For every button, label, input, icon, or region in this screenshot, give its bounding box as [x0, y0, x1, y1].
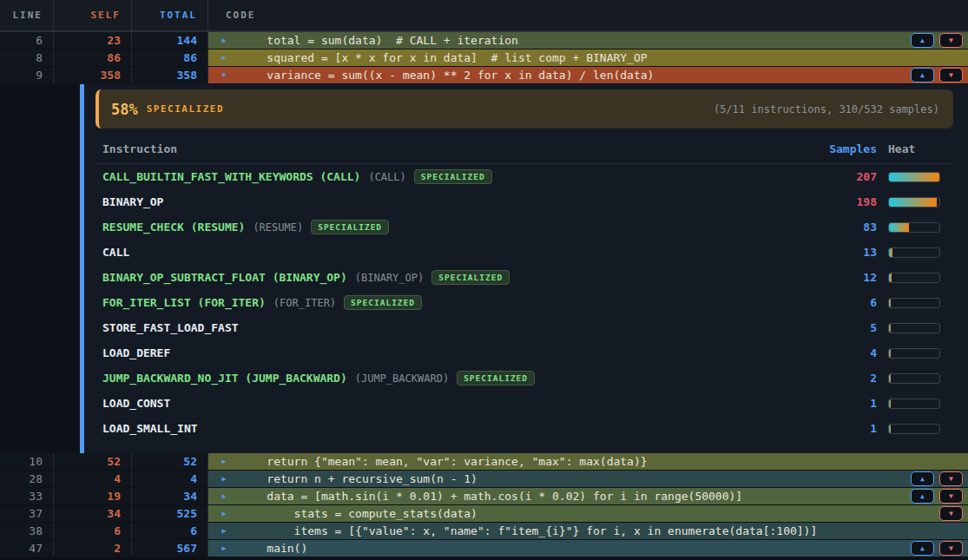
instruction-column-header: Instruction	[102, 142, 781, 155]
base-opcode: (RESUME)	[253, 221, 303, 234]
sample-count: 1	[781, 422, 877, 435]
self-samples: 6	[54, 523, 132, 539]
instruction-row: LOAD_CONST1	[95, 391, 953, 416]
profiler-app: LINE SELF TOTAL CODE 623144▶ total = sum…	[0, 0, 968, 560]
heat-cell	[877, 273, 953, 283]
self-samples: 86	[54, 49, 132, 66]
instruction-row: RESUME_CHECK (RESUME)(RESUME)SPECIALIZED…	[95, 214, 953, 240]
code-cell[interactable]: ▼ variance = sum((x - mean) ** 2 for x i…	[208, 67, 968, 83]
instruction-info: BINARY_OP_SUBTRACT_FLOAT (BINARY_OP)(BIN…	[102, 270, 781, 285]
column-header-total[interactable]: TOTAL	[132, 0, 208, 30]
heat-bar-track	[888, 348, 940, 359]
code-cell[interactable]: ▶ squared = [x * x for x in data] # list…	[208, 49, 968, 66]
expand-icon[interactable]: ▶	[208, 32, 240, 49]
jump-up-arrow-button[interactable]: ▲	[911, 68, 934, 82]
instruction-info: LOAD_SMALL_INT	[102, 422, 781, 435]
jump-up-arrow-button[interactable]: ▲	[911, 489, 934, 504]
code-rows-bottom: 105252▶ return {"mean": mean, "var": var…	[0, 453, 968, 557]
code-text: items = [{"value": x, "name": f"item_{i}…	[240, 523, 817, 539]
total-samples: 567	[132, 540, 208, 557]
heat-bar-track	[888, 399, 940, 409]
jump-up-arrow-button[interactable]: ▲	[911, 33, 934, 48]
instruction-info: JUMP_BACKWARD_NO_JIT (JUMP_BACKWARD)(JUM…	[102, 371, 781, 385]
instruction-table-header: Instruction Samples Heat	[95, 142, 953, 164]
expand-icon[interactable]: ▶	[208, 540, 240, 557]
expand-icon[interactable]: ▶	[208, 471, 240, 487]
column-header-self[interactable]: SELF	[54, 0, 132, 30]
code-cell[interactable]: ▶ items = [{"value": x, "name": f"item_{…	[208, 523, 968, 539]
code-line-row: 2844▶ return n + recursive_sum(n - 1)▲▼	[0, 471, 968, 488]
code-cell[interactable]: ▶ stats = compute_stats(data)▼	[208, 505, 968, 522]
samples-column-header[interactable]: Samples	[781, 142, 877, 155]
line-number: 9	[0, 67, 54, 83]
jump-up-arrow-button[interactable]: ▲	[911, 471, 934, 486]
sample-count: 207	[781, 170, 877, 183]
code-line-row: 623144▶ total = sum(data) # CALL + itera…	[0, 32, 968, 49]
expand-icon[interactable]: ▶	[208, 453, 240, 470]
base-opcode: (FOR_ITER)	[273, 297, 336, 309]
expand-icon[interactable]: ▶	[208, 505, 240, 522]
expand-icon[interactable]: ▶	[208, 523, 240, 539]
jump-down-arrow-button[interactable]: ▼	[939, 68, 963, 82]
code-text: return {"mean": mean, "var": variance, "…	[240, 453, 648, 470]
instruction-row: FOR_ITER_LIST (FOR_ITER)(FOR_ITER)SPECIA…	[95, 290, 953, 315]
code-cell[interactable]: ▶ total = sum(data) # CALL + iteration▲▼	[208, 32, 968, 49]
heat-cell	[877, 197, 953, 208]
line-nav-buttons: ▼	[939, 506, 963, 521]
sample-count: 198	[781, 195, 877, 208]
heat-column-header: Heat	[877, 142, 953, 155]
heat-cell	[877, 298, 953, 308]
specialization-banner: 58% SPECIALIZED (5/11 instructions, 310/…	[95, 89, 953, 128]
code-line-row: 3866▶ items = [{"value": x, "name": f"it…	[0, 523, 968, 540]
heat-bar-track	[888, 424, 940, 434]
code-cell[interactable]: ▶ main()▲▼	[208, 540, 968, 557]
jump-down-arrow-button[interactable]: ▼	[939, 489, 963, 504]
instruction-info: CALL_BUILTIN_FAST_WITH_KEYWORDS (CALL)(C…	[102, 169, 781, 184]
heat-cell	[877, 399, 953, 409]
specialization-summary: (5/11 instructions, 310/532 samples)	[714, 103, 939, 115]
instruction-name: CALL_BUILTIN_FAST_WITH_KEYWORDS (CALL)	[102, 170, 360, 183]
panel-left-gutter	[0, 84, 80, 453]
line-number: 6	[0, 32, 54, 49]
expand-icon[interactable]: ▶	[208, 49, 240, 66]
jump-up-arrow-button[interactable]: ▲	[911, 541, 934, 556]
line-number: 47	[0, 540, 54, 557]
specialized-badge: SPECIALIZED	[344, 295, 422, 310]
code-text: stats = compute_stats(data)	[240, 505, 477, 522]
heat-bar-fill	[889, 349, 891, 358]
heat-bar-track	[888, 298, 940, 308]
code-cell[interactable]: ▶ return {"mean": mean, "var": variance,…	[208, 453, 968, 470]
heat-bar-fill	[889, 198, 937, 207]
specialized-badge: SPECIALIZED	[431, 270, 510, 285]
code-cell[interactable]: ▶ data = [math.sin(i * 0.01) + math.cos(…	[208, 488, 968, 504]
heat-cell	[877, 247, 953, 258]
heat-cell	[877, 172, 953, 182]
specialized-percent: 58%	[111, 101, 138, 118]
self-samples: 2	[54, 540, 132, 557]
heat-bar-track	[888, 172, 940, 182]
jump-down-arrow-button[interactable]: ▼	[939, 506, 963, 521]
instruction-row: STORE_FAST_LOAD_FAST5	[95, 315, 953, 340]
code-cell[interactable]: ▶ return n + recursive_sum(n - 1)▲▼	[208, 471, 968, 487]
heat-cell	[877, 348, 953, 359]
sample-count: 5	[781, 321, 877, 334]
expand-icon[interactable]: ▶	[208, 488, 240, 504]
sample-count: 12	[781, 271, 877, 284]
code-line-row: 9358358▼ variance = sum((x - mean) ** 2 …	[0, 67, 968, 84]
heat-bar-track	[888, 323, 940, 333]
jump-down-arrow-button[interactable]: ▼	[939, 33, 963, 48]
jump-down-arrow-button[interactable]: ▼	[939, 541, 963, 556]
line-nav-buttons: ▲▼	[911, 489, 963, 504]
instruction-info: STORE_FAST_LOAD_FAST	[102, 321, 781, 334]
instruction-name: LOAD_CONST	[102, 397, 170, 410]
jump-down-arrow-button[interactable]: ▼	[939, 471, 963, 486]
heat-cell	[877, 323, 953, 333]
instruction-name: JUMP_BACKWARD_NO_JIT (JUMP_BACKWARD)	[102, 372, 347, 385]
code-text: main()	[240, 540, 307, 557]
line-nav-buttons: ▲▼	[911, 33, 963, 48]
heat-bar-fill	[889, 324, 891, 333]
collapse-icon[interactable]: ▼	[208, 67, 240, 83]
heat-bar-fill	[889, 248, 892, 257]
instruction-info: CALL	[102, 246, 781, 259]
heat-bar-track	[888, 247, 940, 258]
